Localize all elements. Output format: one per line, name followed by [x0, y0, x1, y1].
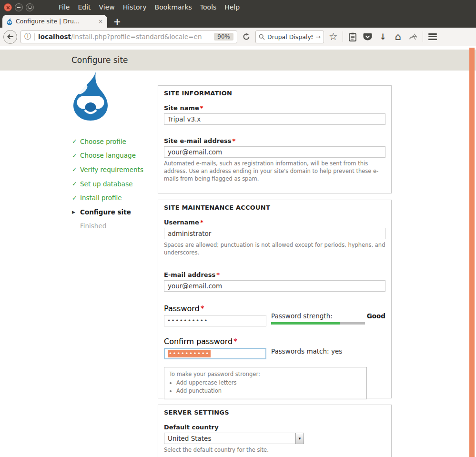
menu-help[interactable]: Help: [224, 3, 240, 11]
search-input-value[interactable]: Drupal DispalyStuie: [267, 33, 313, 41]
window-titlebar: File Edit View History Bookmarks Tools H…: [0, 0, 476, 14]
fieldset-title: SITE MAINTENANCE ACCOUNT: [164, 204, 385, 211]
home-button[interactable]: ⌂: [392, 30, 404, 44]
password-field: Password* ••••••••••: [164, 304, 266, 326]
menu-history[interactable]: History: [123, 3, 147, 11]
required-mark: *: [200, 104, 203, 112]
password-match-indicator: Passwords match: yes: [271, 337, 385, 359]
check-icon: ✓: [72, 138, 80, 145]
bookmarks-menu-button[interactable]: [346, 30, 358, 44]
step-verify-requirements: ✓Verify requirements: [72, 162, 143, 177]
page-content: Configure site ✓Choose profile ✓Choose l…: [0, 46, 476, 457]
step-choose-language: ✓Choose language: [72, 149, 143, 163]
window-minimize-button[interactable]: [15, 3, 23, 11]
default-country-description: Select the default country for the site.: [164, 447, 385, 454]
tip-item: Add punctuation: [176, 387, 362, 395]
required-mark: *: [200, 219, 203, 226]
downloads-button[interactable]: ↓: [377, 30, 389, 44]
email-label: E-mail address*: [164, 271, 385, 278]
menu-button[interactable]: [426, 30, 438, 44]
step-install-profile: ✓Install profile: [72, 191, 143, 205]
step-configure-site: ▶Configure site: [72, 205, 143, 219]
required-mark: *: [216, 271, 220, 278]
site-email-field: Site e-mail address* Automated e-mails, …: [164, 137, 385, 183]
email-field: E-mail address*: [164, 271, 385, 292]
dropdown-button[interactable]: ▾: [295, 433, 304, 444]
fieldset-title: SITE INFORMATION: [164, 90, 385, 97]
download-arrow-icon: ↓: [379, 32, 386, 41]
step-finished: Finished: [72, 219, 143, 234]
hamburger-icon: [428, 33, 437, 35]
bookmark-star-button[interactable]: ☆: [327, 30, 339, 44]
required-mark: *: [201, 304, 204, 313]
extension-fly-icon: [408, 33, 419, 41]
extension-button[interactable]: [407, 30, 419, 44]
passwords-match-text: Passwords match: yes: [271, 337, 385, 355]
fieldset-server-settings: SERVER SETTINGS Default country United S…: [158, 405, 392, 457]
strength-meter: [271, 322, 365, 325]
pocket-button[interactable]: [362, 30, 374, 44]
confirm-password-field: Confirm password* ••••••••••: [164, 337, 266, 359]
toolbar-divider: [343, 31, 343, 42]
site-name-field: Site name*: [164, 104, 385, 125]
pocket-icon: [363, 33, 372, 41]
tab-configure-site[interactable]: Configure site | Dru... ×: [2, 15, 107, 28]
drupal-favicon: [7, 18, 12, 25]
username-input[interactable]: [164, 228, 385, 239]
clipboard-icon: [349, 32, 356, 41]
confirm-password-label: Confirm password*: [164, 337, 237, 346]
menubar: File Edit View History Bookmarks Tools H…: [59, 3, 240, 11]
password-tips-box: To make your password stronger: Add uppe…: [164, 367, 367, 400]
back-button[interactable]: [3, 30, 17, 44]
menu-file[interactable]: File: [59, 3, 70, 11]
fieldset-title: SERVER SETTINGS: [164, 409, 385, 416]
confirm-password-input[interactable]: ••••••••••: [164, 348, 266, 359]
site-email-input[interactable]: [164, 146, 385, 158]
password-input[interactable]: ••••••••••: [164, 315, 266, 326]
site-email-description: Automated e-mails, such as registration …: [164, 160, 385, 183]
reload-icon: [243, 33, 250, 41]
toolbar-divider: [423, 31, 423, 42]
url-text: localhost/install.php?profile=standard&l…: [38, 33, 211, 41]
default-country-label: Default country: [164, 424, 385, 431]
zoom-level-badge[interactable]: 90%: [214, 33, 233, 41]
search-go-icon[interactable]: →: [315, 33, 321, 41]
search-icon: [259, 34, 265, 40]
new-tab-button[interactable]: +: [113, 17, 121, 26]
username-label: Username*: [164, 219, 385, 226]
window-close-button[interactable]: [4, 3, 12, 11]
username-description: Spaces are allowed; punctuation is not a…: [164, 242, 385, 257]
tab-close-icon[interactable]: ×: [98, 18, 103, 25]
menu-view[interactable]: View: [99, 3, 115, 11]
fieldset-site-information: SITE INFORMATION Site name* Site e-mail …: [158, 85, 392, 193]
minimize-icon: [17, 7, 20, 8]
menu-edit[interactable]: Edit: [78, 3, 91, 11]
email-input[interactable]: [164, 280, 385, 292]
window-maximize-button[interactable]: [26, 3, 34, 11]
confirm-password-row: Confirm password* •••••••••• Passwords m…: [164, 337, 385, 359]
step-set-up-database: ✓Set up database: [72, 177, 143, 191]
reload-button[interactable]: [241, 30, 252, 43]
site-name-input[interactable]: [164, 113, 385, 125]
page-scrollbar[interactable]: [469, 48, 475, 457]
fieldset-maintenance-account: SITE MAINTENANCE ACCOUNT Username* Space…: [158, 200, 392, 398]
url-path: /install.php?profile=standard&locale=en: [71, 33, 202, 41]
back-arrow-icon: [7, 34, 14, 40]
check-icon: ✓: [72, 180, 80, 187]
drupal-logo: [72, 71, 109, 122]
strength-label: Password strength:: [271, 312, 333, 320]
strength-meter-fill: [271, 322, 340, 325]
selected-password-text: ••••••••••: [168, 350, 211, 357]
default-country-select[interactable]: United States ▾: [164, 433, 304, 444]
caret-icon: ▶: [72, 210, 80, 214]
site-info-icon[interactable]: ⓘ: [24, 32, 31, 41]
check-icon: ✓: [72, 166, 80, 173]
search-bar[interactable]: Drupal DispalyStuie →: [255, 30, 324, 43]
menu-tools[interactable]: Tools: [200, 3, 217, 11]
star-icon: ☆: [329, 32, 338, 42]
required-mark: *: [233, 337, 237, 346]
menu-bookmarks[interactable]: Bookmarks: [155, 3, 192, 11]
url-bar[interactable]: ⓘ localhost/install.php?profile=standard…: [20, 30, 237, 43]
chevron-down-icon: ▾: [299, 436, 301, 441]
step-choose-profile: ✓Choose profile: [72, 134, 143, 149]
